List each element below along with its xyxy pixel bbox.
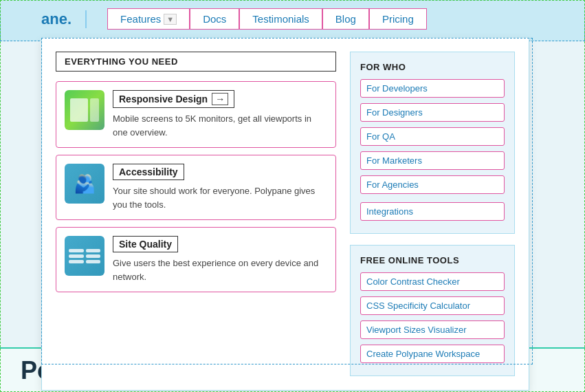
- resp-small-rect: [90, 98, 99, 122]
- responsive-icon: [65, 90, 104, 130]
- card-content-accessibility: Accessibility Your site should work for …: [113, 164, 327, 211]
- accessibility-icon: 🫂: [65, 164, 104, 204]
- card-title-accessibility: Accessibility: [119, 166, 178, 177]
- sq-col-left: [69, 249, 84, 263]
- nav-item-features[interactable]: Features ▼: [107, 8, 190, 30]
- person-icon: 🫂: [74, 173, 96, 195]
- card-desc-sitequality: Give users the best experience on every …: [113, 257, 327, 283]
- card-desc-accessibility: Your site should work for everyone. Poly…: [113, 184, 327, 211]
- link-for-designers[interactable]: For Designers: [360, 103, 505, 122]
- link-color-contrast[interactable]: Color Contrast Checker: [360, 272, 505, 291]
- card-title-row-responsive: Responsive Design →: [113, 90, 234, 108]
- link-integrations[interactable]: Integrations: [360, 202, 505, 221]
- menu-card-sitequality[interactable]: Site Quality Give users the best experie…: [56, 227, 336, 292]
- free-tools-section: FREE ONLINE TOOLS Color Contrast Checker…: [350, 245, 515, 376]
- card-title-sitequality: Site Quality: [119, 239, 172, 250]
- card-title-responsive: Responsive Design: [119, 94, 208, 105]
- menu-card-accessibility[interactable]: 🫂 Accessibility Your site should work fo…: [56, 155, 336, 220]
- link-for-agencies[interactable]: For Agencies: [360, 175, 505, 194]
- free-tools-links: Color Contrast Checker CSS Specificity C…: [360, 272, 505, 366]
- chevron-down-icon: ▼: [164, 14, 177, 25]
- mega-menu-right: FOR WHO For Developers For Designers For…: [350, 52, 515, 376]
- card-desc-responsive: Mobile screens to 5K monitors, get all v…: [113, 112, 327, 139]
- brand-logo: ane.: [41, 10, 87, 28]
- for-who-header: FOR WHO: [360, 62, 505, 72]
- link-viewport-sizes[interactable]: Viewport Sizes Visualizer: [360, 320, 505, 339]
- nav-item-blog[interactable]: Blog: [322, 8, 369, 30]
- for-who-links: For Developers For Designers For QA For …: [360, 79, 505, 197]
- resp-large-rect: [70, 98, 88, 122]
- sq-col-right: [86, 249, 101, 263]
- free-tools-header: FREE ONLINE TOOLS: [360, 255, 505, 265]
- nav-item-pricing[interactable]: Pricing: [369, 8, 427, 30]
- left-section-header: EVERYTHING YOU NEED: [56, 52, 336, 72]
- for-who-section: FOR WHO For Developers For Designers For…: [350, 52, 515, 234]
- nav-items: Features ▼ Docs Testimonials Blog Pricin…: [107, 8, 427, 30]
- link-css-specificity[interactable]: CSS Specificity Calculator: [360, 296, 505, 315]
- link-create-workspace[interactable]: Create Polypane Workspace: [360, 345, 505, 363]
- mega-menu-left: EVERYTHING YOU NEED Responsive Design → …: [56, 52, 350, 376]
- card-content-responsive: Responsive Design → Mobile screens to 5K…: [113, 90, 327, 139]
- arrow-icon-responsive: →: [212, 93, 228, 105]
- nav-item-docs[interactable]: Docs: [190, 8, 239, 30]
- menu-card-responsive[interactable]: Responsive Design → Mobile screens to 5K…: [56, 81, 336, 148]
- card-title-row-sitequality: Site Quality: [113, 236, 178, 252]
- link-for-marketers[interactable]: For Marketers: [360, 151, 505, 170]
- navbar: ane. Features ▼ Docs Testimonials Blog P…: [0, 0, 585, 38]
- mega-menu: EVERYTHING YOU NEED Responsive Design → …: [41, 38, 529, 391]
- link-for-developers[interactable]: For Developers: [360, 79, 505, 98]
- card-content-sitequality: Site Quality Give users the best experie…: [113, 236, 327, 283]
- nav-item-testimonials[interactable]: Testimonials: [239, 8, 322, 30]
- card-title-row-accessibility: Accessibility: [113, 164, 184, 180]
- link-for-qa[interactable]: For QA: [360, 127, 505, 146]
- sitequality-icon: [65, 236, 104, 276]
